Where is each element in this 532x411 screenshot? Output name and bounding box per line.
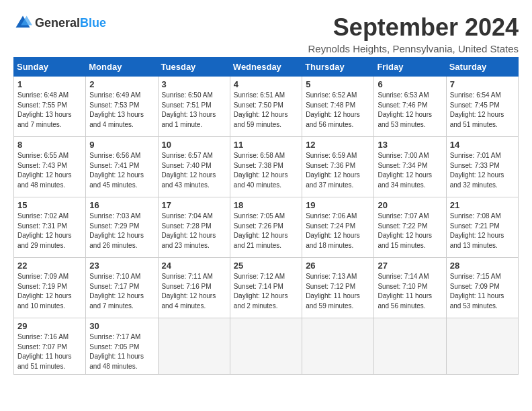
calendar-cell: 4Sunrise: 6:51 AM Sunset: 7:50 PM Daylig… — [230, 77, 302, 137]
page-header: GeneralBlue September 2024 Reynolds Heig… — [13, 13, 519, 54]
calendar-cell: 28Sunrise: 7:15 AM Sunset: 7:09 PM Dayli… — [446, 258, 518, 318]
calendar-cell: 16Sunrise: 7:03 AM Sunset: 7:29 PM Dayli… — [86, 197, 158, 258]
calendar-cell: 11Sunrise: 6:58 AM Sunset: 7:38 PM Dayli… — [230, 137, 302, 197]
logo-blue: Blue — [80, 16, 106, 30]
day-detail: Sunrise: 6:59 AM Sunset: 7:36 PM Dayligh… — [306, 151, 370, 190]
day-number: 9 — [89, 140, 154, 150]
day-number: 8 — [17, 140, 82, 150]
calendar-cell: 7Sunrise: 6:54 AM Sunset: 7:45 PM Daylig… — [446, 77, 518, 137]
calendar-cell: 14Sunrise: 7:01 AM Sunset: 7:33 PM Dayli… — [446, 137, 518, 197]
location-subtitle: Reynolds Heights, Pennsylvania, United S… — [308, 43, 519, 54]
day-number: 18 — [234, 200, 298, 210]
day-detail: Sunrise: 7:08 AM Sunset: 7:21 PM Dayligh… — [450, 212, 515, 250]
calendar-cell: 12Sunrise: 6:59 AM Sunset: 7:36 PM Dayli… — [302, 137, 374, 197]
calendar-cell — [302, 318, 374, 375]
header-monday: Monday — [86, 58, 158, 77]
day-number: 2 — [89, 79, 154, 89]
calendar-cell — [230, 318, 302, 375]
header-thursday: Thursday — [302, 58, 374, 77]
calendar-cell: 25Sunrise: 7:12 AM Sunset: 7:14 PM Dayli… — [230, 258, 302, 318]
logo-icon — [13, 13, 32, 32]
day-detail: Sunrise: 6:52 AM Sunset: 7:48 PM Dayligh… — [306, 91, 370, 130]
calendar-cell: 27Sunrise: 7:14 AM Sunset: 7:10 PM Dayli… — [374, 258, 446, 318]
day-number: 15 — [17, 200, 82, 210]
calendar-cell: 8Sunrise: 6:55 AM Sunset: 7:43 PM Daylig… — [14, 137, 86, 197]
calendar-cell: 3Sunrise: 6:50 AM Sunset: 7:51 PM Daylig… — [158, 77, 230, 137]
day-detail: Sunrise: 7:06 AM Sunset: 7:24 PM Dayligh… — [306, 212, 370, 250]
logo-general: General — [35, 16, 80, 30]
calendar-cell: 5Sunrise: 6:52 AM Sunset: 7:48 PM Daylig… — [302, 77, 374, 137]
calendar-cell: 23Sunrise: 7:10 AM Sunset: 7:17 PM Dayli… — [86, 258, 158, 318]
day-number: 16 — [89, 200, 154, 210]
calendar-cell: 26Sunrise: 7:13 AM Sunset: 7:12 PM Dayli… — [302, 258, 374, 318]
day-detail: Sunrise: 7:09 AM Sunset: 7:19 PM Dayligh… — [17, 272, 82, 311]
calendar-cell — [446, 318, 518, 375]
calendar-cell: 19Sunrise: 7:06 AM Sunset: 7:24 PM Dayli… — [302, 197, 374, 258]
day-number: 30 — [89, 321, 154, 331]
calendar-cell: 20Sunrise: 7:07 AM Sunset: 7:22 PM Dayli… — [374, 197, 446, 258]
day-number: 17 — [162, 200, 226, 210]
calendar-cell: 10Sunrise: 6:57 AM Sunset: 7:40 PM Dayli… — [158, 137, 230, 197]
day-number: 7 — [450, 79, 515, 89]
day-number: 5 — [306, 79, 370, 89]
calendar-cell: 22Sunrise: 7:09 AM Sunset: 7:19 PM Dayli… — [14, 258, 86, 318]
day-detail: Sunrise: 7:02 AM Sunset: 7:31 PM Dayligh… — [17, 212, 82, 250]
day-number: 10 — [162, 140, 226, 150]
calendar-cell: 24Sunrise: 7:11 AM Sunset: 7:16 PM Dayli… — [158, 258, 230, 318]
day-detail: Sunrise: 7:10 AM Sunset: 7:17 PM Dayligh… — [89, 272, 154, 311]
header-tuesday: Tuesday — [158, 58, 230, 77]
header-saturday: Saturday — [446, 58, 518, 77]
header-sunday: Sunday — [14, 58, 86, 77]
day-number: 24 — [162, 261, 226, 271]
day-number: 4 — [234, 79, 298, 89]
calendar-cell: 6Sunrise: 6:53 AM Sunset: 7:46 PM Daylig… — [374, 77, 446, 137]
calendar-cell: 21Sunrise: 7:08 AM Sunset: 7:21 PM Dayli… — [446, 197, 518, 258]
calendar-cell — [374, 318, 446, 375]
calendar-cell: 1Sunrise: 6:48 AM Sunset: 7:55 PM Daylig… — [14, 77, 86, 137]
calendar-cell: 15Sunrise: 7:02 AM Sunset: 7:31 PM Dayli… — [14, 197, 86, 258]
day-number: 20 — [378, 200, 442, 210]
day-number: 6 — [378, 79, 442, 89]
day-detail: Sunrise: 6:56 AM Sunset: 7:41 PM Dayligh… — [89, 151, 154, 190]
logo: GeneralBlue — [13, 13, 106, 32]
calendar-cell: 18Sunrise: 7:05 AM Sunset: 7:26 PM Dayli… — [230, 197, 302, 258]
day-detail: Sunrise: 6:51 AM Sunset: 7:50 PM Dayligh… — [234, 91, 298, 130]
calendar-cell: 29Sunrise: 7:16 AM Sunset: 7:07 PM Dayli… — [14, 318, 86, 375]
calendar-header-row: SundayMondayTuesdayWednesdayThursdayFrid… — [14, 58, 519, 77]
day-detail: Sunrise: 6:55 AM Sunset: 7:43 PM Dayligh… — [17, 151, 82, 190]
calendar-week-3: 15Sunrise: 7:02 AM Sunset: 7:31 PM Dayli… — [14, 197, 519, 258]
day-detail: Sunrise: 7:00 AM Sunset: 7:34 PM Dayligh… — [378, 151, 442, 190]
day-number: 3 — [162, 79, 226, 89]
calendar-week-4: 22Sunrise: 7:09 AM Sunset: 7:19 PM Dayli… — [14, 258, 519, 318]
day-number: 11 — [234, 140, 298, 150]
day-detail: Sunrise: 7:03 AM Sunset: 7:29 PM Dayligh… — [89, 212, 154, 250]
day-detail: Sunrise: 6:50 AM Sunset: 7:51 PM Dayligh… — [162, 91, 226, 130]
calendar-cell: 9Sunrise: 6:56 AM Sunset: 7:41 PM Daylig… — [86, 137, 158, 197]
day-detail: Sunrise: 6:54 AM Sunset: 7:45 PM Dayligh… — [450, 91, 515, 130]
header-wednesday: Wednesday — [230, 58, 302, 77]
calendar-cell: 2Sunrise: 6:49 AM Sunset: 7:53 PM Daylig… — [86, 77, 158, 137]
calendar-week-5: 29Sunrise: 7:16 AM Sunset: 7:07 PM Dayli… — [14, 318, 519, 375]
calendar-cell: 17Sunrise: 7:04 AM Sunset: 7:28 PM Dayli… — [158, 197, 230, 258]
day-detail: Sunrise: 6:57 AM Sunset: 7:40 PM Dayligh… — [162, 151, 226, 190]
day-number: 22 — [17, 261, 82, 271]
day-number: 12 — [306, 140, 370, 150]
calendar-week-1: 1Sunrise: 6:48 AM Sunset: 7:55 PM Daylig… — [14, 77, 519, 137]
day-number: 29 — [17, 321, 82, 331]
day-detail: Sunrise: 7:11 AM Sunset: 7:16 PM Dayligh… — [162, 272, 226, 311]
day-number: 28 — [450, 261, 515, 271]
day-number: 14 — [450, 140, 515, 150]
calendar-week-2: 8Sunrise: 6:55 AM Sunset: 7:43 PM Daylig… — [14, 137, 519, 197]
calendar-cell: 30Sunrise: 7:17 AM Sunset: 7:05 PM Dayli… — [86, 318, 158, 375]
day-number: 27 — [378, 261, 442, 271]
day-number: 26 — [306, 261, 370, 271]
day-detail: Sunrise: 7:16 AM Sunset: 7:07 PM Dayligh… — [17, 332, 82, 371]
day-detail: Sunrise: 7:04 AM Sunset: 7:28 PM Dayligh… — [162, 212, 226, 250]
calendar-table: SundayMondayTuesdayWednesdayThursdayFrid… — [13, 57, 519, 375]
day-detail: Sunrise: 7:17 AM Sunset: 7:05 PM Dayligh… — [89, 332, 154, 371]
day-detail: Sunrise: 6:49 AM Sunset: 7:53 PM Dayligh… — [89, 91, 154, 130]
day-detail: Sunrise: 7:13 AM Sunset: 7:12 PM Dayligh… — [306, 272, 370, 311]
title-section: September 2024 Reynolds Heights, Pennsyl… — [308, 13, 519, 54]
day-detail: Sunrise: 7:01 AM Sunset: 7:33 PM Dayligh… — [450, 151, 515, 190]
header-friday: Friday — [374, 58, 446, 77]
